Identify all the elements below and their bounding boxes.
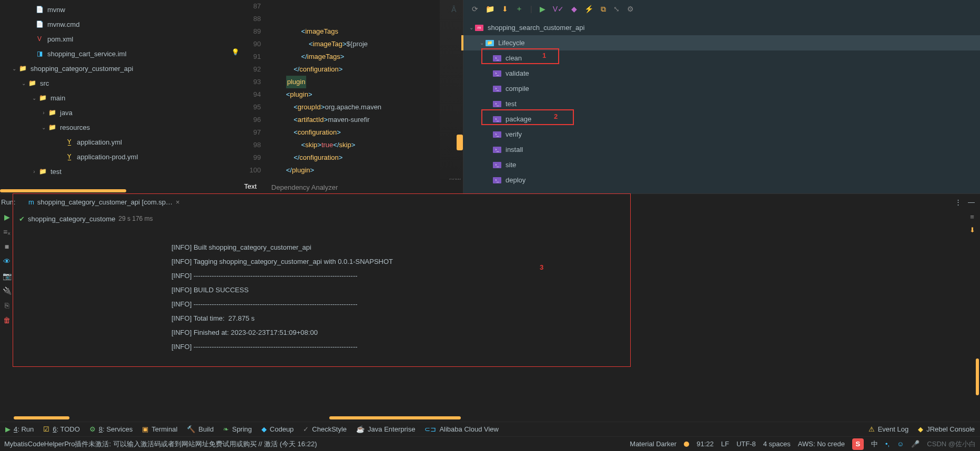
- add-icon[interactable]: ＋: [516, 4, 523, 14]
- maven-lifecycle-folder[interactable]: ⌄📁 Lifecycle: [463, 35, 980, 50]
- goal-icon: ›_: [493, 131, 501, 138]
- vcs-icon[interactable]: V✓: [553, 5, 564, 13]
- tree-item[interactable]: Y̲application.yml: [0, 135, 237, 149]
- flash-icon[interactable]: ⚡: [584, 5, 593, 13]
- maven-goal-site[interactable]: ›_site: [463, 157, 980, 172]
- caret-pos[interactable]: 91:22: [696, 440, 714, 448]
- tree-item[interactable]: Y̲application-prod.yml: [0, 149, 237, 164]
- toolwin-event-log[interactable]: ⚠Event Log: [868, 425, 909, 433]
- maven-goal-verify[interactable]: ›_verify: [463, 127, 980, 142]
- tree-item[interactable]: 📄mvnw: [0, 2, 237, 17]
- toolwin-spring[interactable]: ❧Spring: [223, 425, 252, 433]
- aws-status[interactable]: AWS: No crede: [798, 440, 845, 448]
- refresh-icon[interactable]: ⟳: [472, 5, 478, 13]
- toolwin-label: JRebel Console: [926, 425, 975, 433]
- run-tree-hscroll[interactable]: [14, 416, 69, 419]
- hscroll-thumb[interactable]: [0, 189, 126, 192]
- toolwin-6-todo[interactable]: ☑6: TODO: [43, 425, 80, 433]
- maven-goal-deploy[interactable]: ›_deploy: [463, 172, 980, 188]
- file-icon: 📁: [27, 78, 37, 88]
- intent-icon[interactable]: 💡: [231, 48, 239, 56]
- maven-goal-test[interactable]: ›_test: [463, 96, 980, 111]
- more-icon[interactable]: ⋮: [955, 198, 962, 206]
- editor[interactable]: 87888990919293949596979899100 <imageTags…: [237, 0, 463, 193]
- toolwin-checkstyle[interactable]: ✓CheckStyle: [303, 425, 347, 433]
- close-icon[interactable]: ×: [176, 198, 180, 206]
- mic-icon[interactable]: 🎤: [911, 440, 920, 448]
- line-sep[interactable]: LF: [721, 440, 729, 448]
- run-console[interactable]: [INFO] Built shopping_category_customer_…: [171, 210, 964, 422]
- run-panel: Run: ▶ ≡ₓ ■ 👁 📷 🔌 ⎘ 🗑 m shopping_categor…: [0, 193, 980, 422]
- toolwin-icon: ✓: [303, 425, 309, 433]
- run-tab[interactable]: m shopping_category_customer_api [com.sp…: [24, 194, 184, 210]
- tree-label: main: [50, 94, 65, 102]
- download-icon[interactable]: ⬇: [502, 5, 508, 13]
- run-tree[interactable]: ✔ shopping_category_custome 29 s 176 ms: [14, 210, 171, 422]
- ime-lang[interactable]: 中: [871, 439, 878, 449]
- tree-item[interactable]: ⌄📁src: [0, 76, 237, 90]
- indent[interactable]: 4 spaces: [763, 440, 791, 448]
- tree-item[interactable]: ⌄📁resources: [0, 120, 237, 135]
- tree-item[interactable]: ⌄📁main: [0, 90, 237, 105]
- toolwin-alibaba-cloud-view[interactable]: ⊂⊐Alibaba Cloud View: [425, 425, 499, 433]
- goal-label: site: [506, 161, 516, 169]
- toolwin-java-enterprise[interactable]: ☕Java Enterprise: [356, 425, 415, 433]
- toolwin-jrebel-console[interactable]: ◆JRebel Console: [918, 425, 975, 433]
- lifecycle-icon[interactable]: ◆: [571, 5, 577, 13]
- maven-goal-package[interactable]: ›_package: [463, 111, 980, 127]
- filter-icon[interactable]: ≡ₓ: [3, 228, 11, 236]
- tree-item[interactable]: ⌄📁shopping_category_customer_api: [0, 61, 237, 76]
- project-tree[interactable]: 📄mvnw📄mvnw.cmdVpom.xml◨shopping_cart_ser…: [0, 0, 237, 193]
- encoding[interactable]: UTF-8: [736, 440, 756, 448]
- tab-text[interactable]: Text: [237, 179, 264, 194]
- ime-icon[interactable]: S: [852, 438, 864, 450]
- generate-icon[interactable]: 📁: [486, 5, 494, 13]
- run-tree-item[interactable]: ✔ shopping_category_custome 29 s 176 ms: [19, 213, 166, 224]
- status-message[interactable]: MybatisCodeHelperPro插件未激活: 可以输入激活码或者到网站网…: [4, 439, 317, 449]
- widget-icon[interactable]: •,: [885, 440, 890, 448]
- exit-icon[interactable]: ⎘: [5, 301, 9, 310]
- maven-goal-install[interactable]: ›_install: [463, 142, 980, 157]
- tree-item[interactable]: ›📁java: [0, 105, 237, 120]
- remove-icon[interactable]: 🗑: [3, 316, 11, 324]
- maven-goal-compile[interactable]: ›_compile: [463, 81, 980, 96]
- toolwin-build[interactable]: 🔨Build: [187, 425, 214, 433]
- maven-goal-clean[interactable]: ›_clean: [463, 50, 980, 66]
- toolwin-4-run[interactable]: ▶4: Run: [5, 425, 34, 433]
- settings-icon[interactable]: ⚙: [627, 5, 634, 13]
- file-icon: Y̲: [64, 152, 74, 161]
- theme-label[interactable]: Material Darker: [630, 440, 676, 448]
- toolwin-8-services[interactable]: ⚙8: Services: [89, 425, 133, 433]
- collapse-icon[interactable]: ⤡: [613, 5, 620, 13]
- hierarchy-icon[interactable]: ⧉: [601, 5, 606, 14]
- tree-item[interactable]: 📄mvnw.cmd: [0, 17, 237, 32]
- console-hscroll[interactable]: [329, 416, 461, 419]
- run-icon[interactable]: ▶: [540, 5, 545, 13]
- toolwin-icon: ▣: [142, 425, 148, 433]
- camera-icon[interactable]: 📷: [3, 272, 12, 280]
- minimize-icon[interactable]: —: [968, 198, 975, 206]
- tab-dependency-analyzer[interactable]: Dependency Analyzer: [264, 180, 345, 194]
- code-area[interactable]: <imageTags <imageTag>${proje </imageTags…: [268, 0, 463, 193]
- toolwin-icon: ⚙: [89, 425, 96, 433]
- eye-icon[interactable]: 👁: [3, 257, 11, 265]
- plug-icon[interactable]: 🔌: [3, 286, 12, 295]
- smile-icon[interactable]: ☺: [897, 440, 904, 448]
- toolwin-icon: ⚠: [868, 425, 875, 433]
- toolwin-terminal[interactable]: ▣Terminal: [142, 425, 177, 433]
- minimap-thumb[interactable]: [457, 135, 463, 150]
- maven-root[interactable]: ⌄m shopping_search_customer_api: [463, 20, 980, 35]
- soft-wrap-icon[interactable]: ≡: [970, 213, 974, 221]
- tree-item[interactable]: ›📁test: [0, 164, 237, 179]
- tree-item[interactable]: ◨shopping_cart_service.iml: [0, 46, 237, 61]
- run-vscroll[interactable]: [976, 358, 979, 395]
- stop-icon[interactable]: ■: [5, 242, 9, 251]
- minimap[interactable]: [440, 0, 463, 179]
- rerun-icon[interactable]: ▶: [4, 213, 10, 221]
- maven-goal-validate[interactable]: ›_validate: [463, 66, 980, 81]
- goal-label: package: [506, 115, 531, 123]
- scroll-end-icon[interactable]: ⬇: [969, 226, 975, 234]
- toolwin-codeup[interactable]: ◆Codeup: [261, 425, 294, 433]
- maven-tree[interactable]: ⌄m shopping_search_customer_api ⌄📁 Lifec…: [463, 18, 980, 193]
- tree-item[interactable]: Vpom.xml: [0, 32, 237, 46]
